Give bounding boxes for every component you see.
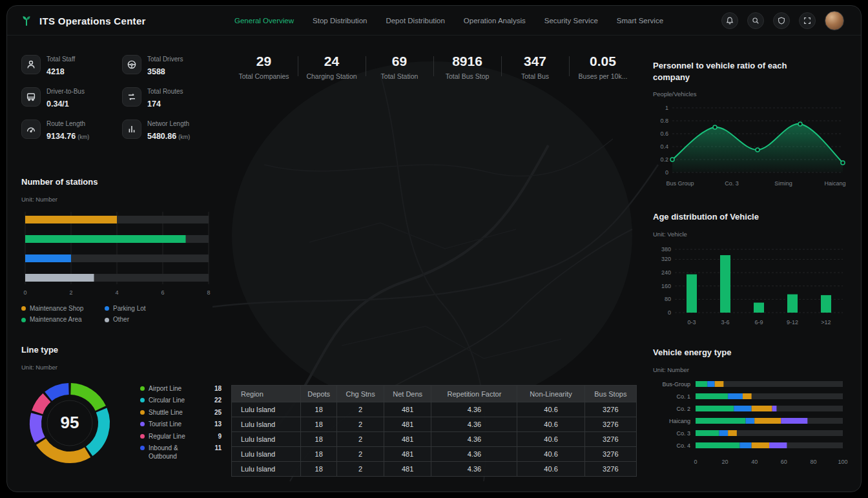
nav-general-overview[interactable]: General Overview — [234, 17, 294, 25]
stat-label: Total Routes — [147, 88, 183, 95]
legend-label: Maintenance Shop — [30, 305, 103, 313]
column-header[interactable]: Region — [232, 386, 301, 402]
table-cell: 40.6 — [517, 417, 584, 432]
user-avatar[interactable] — [825, 11, 844, 30]
table-cell: 18 — [301, 402, 337, 417]
legend-label: Circular Line — [149, 397, 207, 405]
svg-text:60: 60 — [781, 459, 787, 465]
age-bar-chart: 0801602403203800-33-66-99-12>12 — [653, 242, 848, 332]
table-cell: 18 — [301, 447, 337, 462]
legend-item[interactable]: Parking Lot — [105, 305, 187, 313]
stat-network-length: Networ Length5480.86(km) — [122, 119, 212, 141]
nav-security-service[interactable]: Security Service — [544, 17, 598, 25]
legend-value: 22 — [214, 397, 222, 404]
stat-value: 9134.76 — [46, 132, 76, 141]
legend-item[interactable]: Maintenance Area — [21, 316, 103, 324]
table-cell: 4.36 — [431, 417, 517, 432]
table-cell: Lulu Island — [232, 462, 301, 477]
age-section: Age distribution of Vehicle Unit: Vehicl… — [653, 211, 854, 332]
shield-icon[interactable] — [773, 12, 790, 29]
energy-stacked-chart: Bus-GroupCo. 1Co. 2HaicangCo. 3Co. 40204… — [653, 377, 848, 469]
column-header[interactable]: Depots — [301, 386, 337, 402]
nav-smart-service[interactable]: Smart Service — [617, 17, 663, 25]
svg-text:0: 0 — [23, 289, 26, 296]
legend-item[interactable]: Tourist Line13 — [140, 420, 222, 429]
legend-value: 13 — [214, 420, 222, 428]
legend-dot — [140, 410, 145, 415]
table-cell: 40.6 — [517, 462, 584, 477]
svg-text:0: 0 — [694, 459, 697, 465]
header-actions — [721, 6, 844, 36]
table-cell: 40.6 — [517, 432, 584, 447]
table-cell: 481 — [384, 432, 431, 447]
table-row[interactable]: Lulu Island1824814.3640.63276 — [232, 462, 637, 477]
svg-text:8: 8 — [207, 289, 210, 296]
table-cell: 3276 — [584, 432, 636, 447]
kpi-row: 29Total Companies 24Charging Station 69T… — [230, 51, 637, 84]
stat-label: Route Length — [46, 120, 89, 127]
table-cell: 4.36 — [431, 432, 517, 447]
table-cell: 3276 — [584, 462, 636, 477]
bus-icon — [21, 87, 41, 107]
nav-operation-analysis[interactable]: Operation Analysis — [464, 17, 526, 25]
kpi-total-station: 69Total Station — [366, 51, 433, 84]
svg-text:20: 20 — [722, 459, 728, 465]
gauge-icon — [21, 119, 41, 139]
legend-item[interactable]: Other — [105, 316, 187, 324]
table-cell: Lulu Island — [232, 417, 301, 432]
svg-text:>12: >12 — [821, 319, 831, 326]
stat-value: 3588 — [147, 67, 165, 76]
svg-text:1: 1 — [665, 105, 668, 111]
svg-text:0: 0 — [665, 169, 668, 176]
legend-item[interactable]: Shuttle Line25 — [140, 409, 222, 417]
kpi-total-companies: 29Total Companies — [230, 51, 298, 84]
nav-depot-distribution[interactable]: Depot Distribution — [386, 17, 444, 25]
stations-section: Number of stations Unit: Number 02468 Ma… — [21, 176, 215, 324]
legend-dot — [140, 446, 145, 450]
kpi-label: Buses per 10k... — [569, 72, 637, 80]
stat-label: Total Staff — [46, 56, 75, 63]
table-cell: 4.36 — [431, 462, 517, 477]
svg-text:0.4: 0.4 — [660, 143, 668, 150]
legend-dot — [140, 422, 145, 426]
stat-unit: (km) — [78, 134, 89, 140]
svg-text:3-6: 3-6 — [721, 319, 729, 326]
column-header[interactable]: Bus Stops — [584, 386, 636, 402]
column-header[interactable]: Chg Stns — [337, 386, 384, 402]
search-icon[interactable] — [747, 12, 764, 29]
legend-item[interactable]: Maintenance Shop — [21, 305, 103, 313]
table-cell: Lulu Island — [232, 402, 301, 417]
svg-text:Haicang: Haicang — [824, 180, 845, 187]
legend-label: Airport Line — [149, 385, 207, 393]
legend-dot — [21, 306, 26, 311]
kpi-value: 69 — [366, 54, 433, 69]
stat-value: 0.34/1 — [46, 99, 69, 109]
legend-item[interactable]: Inbound & Outbound11 — [140, 444, 222, 461]
table-row[interactable]: Lulu Island1824814.3640.63276 — [232, 417, 637, 432]
svg-text:Co. 4: Co. 4 — [676, 442, 690, 449]
section-title: Age distribution of Vehicle — [653, 211, 854, 223]
table-cell: 481 — [384, 402, 431, 417]
table-row[interactable]: Lulu Island1824814.3640.63276 — [232, 402, 637, 417]
nav-stop-distribution[interactable]: Stop Distribution — [313, 17, 367, 25]
table-cell: 3276 — [584, 447, 636, 462]
linetype-legend: Airport Line18Circular Line22Shuttle Lin… — [140, 381, 222, 465]
table-row[interactable]: Lulu Island1824814.3640.63276 — [232, 447, 637, 462]
donut-center-value: 95 — [21, 375, 118, 472]
column-header[interactable]: Net Dens — [384, 386, 431, 402]
column-header[interactable]: Non-Linearity — [517, 386, 584, 402]
legend-dot — [140, 434, 145, 439]
stations-legend: Maintenance ShopParking LotMaintenance A… — [21, 305, 187, 324]
column-header[interactable]: Repetition Factor — [431, 386, 517, 402]
bell-icon[interactable] — [721, 12, 738, 29]
legend-item[interactable]: Airport Line18 — [140, 385, 222, 393]
table-row[interactable]: Lulu Island1824814.3640.63276 — [232, 432, 637, 447]
svg-text:Bus-Group: Bus-Group — [662, 381, 690, 388]
fullscreen-icon[interactable] — [799, 12, 816, 29]
svg-text:Co. 3: Co. 3 — [676, 430, 690, 437]
legend-value: 25 — [214, 409, 222, 416]
kpi-value: 24 — [298, 54, 366, 69]
unit-label: Unit: Vehicle — [653, 231, 854, 238]
legend-item[interactable]: Regular Line9 — [140, 433, 222, 441]
legend-item[interactable]: Circular Line22 — [140, 397, 222, 405]
